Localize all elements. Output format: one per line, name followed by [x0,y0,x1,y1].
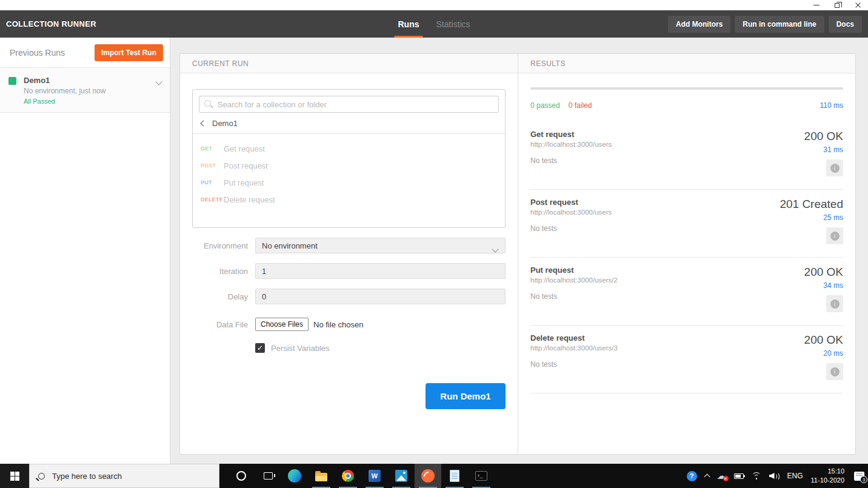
persist-variables-label: Persist Variables [271,344,330,353]
close-button[interactable] [847,0,868,10]
back-chevron-icon[interactable] [201,121,207,127]
request-name: Get request [224,144,265,153]
collection-search-input[interactable] [199,96,499,113]
tab-statistics[interactable]: Statistics [436,10,470,38]
result-tests: No tests [530,224,780,233]
results-body: 0 passed 0 failed 110 ms Get request htt… [518,73,855,454]
run-name: Demo1 [24,76,156,85]
run-meta: No environment, just now [24,87,156,95]
run-in-command-line-button[interactable]: Run in command line [735,16,824,33]
info-icon [830,367,840,376]
result-tests: No tests [530,292,804,301]
header-tabs: Runs Statistics [398,10,470,38]
info-icon [830,164,840,173]
request-name: Delete request [224,195,275,204]
run-info: Demo1 No environment, just now All Passe… [24,76,156,105]
method-badge-put: PUT [201,179,224,186]
environment-select[interactable]: No environment [255,238,506,253]
info-button[interactable] [826,159,843,176]
results-list: Get request http://localhost:3000/users … [530,122,843,393]
current-run-header: CURRENT RUN [180,54,518,73]
result-item: Put request http://localhost:3000/users/… [530,258,843,326]
taskbar-search[interactable]: Type here to search [29,464,219,488]
result-status: 200 OK [804,266,843,279]
result-tests: No tests [530,360,804,369]
info-icon [830,299,840,309]
persist-variables-checkbox[interactable] [255,343,265,353]
notification-center-icon[interactable]: 3 [854,472,864,481]
word-button[interactable] [361,464,388,488]
result-status: 200 OK [804,130,843,143]
docs-button[interactable]: Docs [829,16,862,33]
onedrive-error-icon[interactable] [717,472,726,480]
get-help-icon[interactable] [687,471,697,481]
result-name: Put request [530,266,804,275]
choose-files-button[interactable]: Choose Files [255,318,309,331]
result-tests: No tests [530,156,804,165]
run-collection-button[interactable]: Run Demo1 [426,383,506,409]
delay-label: Delay [192,292,248,301]
restore-button[interactable] [827,0,847,10]
runner-card: CURRENT RUN Demo1 GET [179,53,856,455]
request-row-get[interactable]: GET Get request [193,140,505,157]
language-indicator[interactable]: ENG [787,472,803,480]
command-prompt-icon [475,471,487,481]
collection-breadcrumb[interactable]: Demo1 [193,119,505,134]
edge-button[interactable] [281,464,308,488]
postman-button[interactable] [415,464,441,488]
request-name: Put request [224,178,264,187]
result-item: Post request http://localhost:3000/users… [530,190,843,258]
iteration-input[interactable] [255,263,506,279]
search-icon [204,100,211,107]
run-status-dot [8,77,16,85]
volume-icon[interactable] [769,472,780,480]
tab-runs[interactable]: Runs [398,10,419,38]
close-icon [855,2,861,8]
result-time: 25 ms [780,213,843,222]
method-badge-get: GET [201,145,224,152]
request-list: GET Get request POST Post request PUT Pu… [193,134,505,208]
battery-icon[interactable] [734,473,744,479]
info-button[interactable] [826,227,843,244]
chrome-button[interactable] [335,464,361,488]
search-icon [38,473,45,480]
clock[interactable]: 15:10 11-10-2020 [811,467,844,485]
environment-label: Environment [192,241,248,250]
total-time: 110 ms [820,101,843,110]
photos-button[interactable] [388,464,415,488]
page-title: COLLECTION RUNNER [6,19,96,28]
taskbar-icons [228,464,495,488]
notepad-button[interactable] [441,464,468,488]
notepad-icon [450,470,459,482]
delay-input[interactable] [255,289,506,304]
chevron-down-icon[interactable] [155,78,162,85]
request-row-delete[interactable]: DELETE Delete request [193,191,505,208]
info-button[interactable] [826,295,843,312]
info-button[interactable] [826,363,843,380]
task-view-icon [264,472,273,480]
cortana-button[interactable] [228,464,255,488]
request-row-put[interactable]: PUT Put request [193,174,505,191]
add-monitors-button[interactable]: Add Monitors [668,16,730,33]
collection-name: Demo1 [212,119,238,128]
previous-runs-sidebar: Previous Runs Import Test Run Demo1 No e… [0,38,170,464]
request-row-post[interactable]: POST Post request [193,157,505,174]
minimize-button[interactable] [806,0,827,10]
task-view-button[interactable] [255,464,281,488]
run-settings-form: Environment No environment Iteration [192,238,506,409]
start-button[interactable] [0,464,29,488]
file-explorer-button[interactable] [308,464,335,488]
windows-logo-icon [10,472,19,481]
wifi-icon[interactable] [752,472,761,480]
tray-expand-icon[interactable] [704,474,710,480]
previous-run-item[interactable]: Demo1 No environment, just now All Passe… [0,68,170,113]
command-prompt-button[interactable] [468,464,495,488]
header-buttons: Add Monitors Run in command line Docs [668,10,862,38]
import-test-run-button[interactable]: Import Test Run [95,44,163,61]
chrome-icon [342,470,354,482]
edge-icon [288,469,301,483]
method-badge-post: POST [201,162,224,169]
chevron-down-icon [492,246,498,252]
result-url: http://localhost:3000/users/2 [530,276,804,284]
cortana-icon [236,471,246,481]
